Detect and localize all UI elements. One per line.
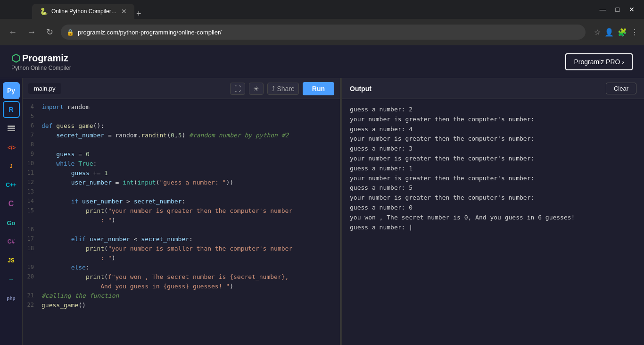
sidebar-item-php[interactable]: php: [3, 290, 20, 307]
sidebar-item-c[interactable]: C: [3, 195, 20, 212]
output-line-cursor: guess a number:: [350, 223, 636, 233]
sidebar-item-sql[interactable]: [3, 120, 20, 137]
profile-icon[interactable]: 👤: [604, 28, 614, 37]
tab-favicon: 🐍: [40, 8, 48, 15]
line-content: [41, 141, 340, 150]
fullscreen-button[interactable]: ⛶: [230, 83, 245, 95]
sidebar-item-java[interactable]: J: [3, 158, 20, 175]
app-container: ⬡ Programiz Python Online Compiler Progr…: [0, 45, 644, 345]
line-number: 7: [23, 132, 41, 140]
line-number: 18: [23, 245, 41, 253]
new-tab-button[interactable]: +: [136, 9, 141, 19]
line-number: 19: [23, 264, 41, 272]
code-line-10: 10 while True:: [23, 160, 340, 169]
code-line-12: 12 user_number = int(input("guess a numb…: [23, 178, 340, 188]
sidebar-item-golang[interactable]: →: [3, 271, 20, 288]
output-content[interactable]: guess a number: 2 your number is greater…: [342, 99, 644, 345]
code-line-8: 8: [23, 141, 340, 150]
run-button[interactable]: Run: [303, 82, 334, 95]
code-line-20: 20 print(f"you won , The secret number i…: [23, 273, 340, 282]
refresh-button[interactable]: ↻: [43, 25, 56, 39]
tab-close-icon[interactable]: ✕: [121, 8, 127, 15]
window-controls: — □ ✕: [600, 6, 640, 13]
code-line-14: 14 if user_number > secret_number:: [23, 197, 340, 207]
line-number: 5: [23, 113, 41, 121]
logo-icon: ⬡: [11, 52, 20, 65]
address-text: programiz.com/python-programming/online-…: [78, 29, 580, 36]
output-line: your number is greater then the computer…: [350, 174, 636, 184]
code-line-20b: And you guess in {guess} guesses! "): [23, 282, 340, 292]
code-line-21: 21 #calling the function: [23, 292, 340, 301]
line-content: user_number = int(input("guess a number:…: [41, 179, 340, 187]
line-content: [41, 188, 340, 197]
extensions-icon[interactable]: 🧩: [618, 28, 627, 37]
pro-button[interactable]: Programiz PRO ›: [565, 53, 633, 70]
code-line-4: 4 import random: [23, 103, 340, 112]
file-tab[interactable]: main.py: [28, 83, 61, 94]
left-sidebar: Py R </> J C++ C Go C# JS → php: [0, 78, 23, 345]
browser-titlebar: 🐍 Online Python Compiler (Interp... ✕ + …: [0, 0, 644, 19]
address-bar[interactable]: 🔒 programiz.com/python-programming/onlin…: [61, 25, 586, 40]
line-number: 20: [23, 273, 41, 282]
clear-button[interactable]: Clear: [606, 83, 636, 94]
line-number: 17: [23, 236, 41, 244]
forward-button[interactable]: →: [25, 25, 39, 39]
output-line: guess a number: 0: [350, 203, 636, 213]
line-content: print("your number is greater then the c…: [41, 207, 340, 216]
line-number: 13: [23, 188, 41, 197]
line-content: guess = 0: [41, 151, 340, 159]
line-number: 14: [23, 198, 41, 206]
logo-text: Programiz: [22, 53, 68, 64]
line-content: #calling the function: [41, 292, 340, 301]
sidebar-item-html[interactable]: </>: [3, 139, 20, 156]
svg-rect-2: [8, 130, 15, 131]
line-number: [23, 217, 41, 225]
sidebar-item-cpp[interactable]: C++: [3, 177, 20, 194]
theme-button[interactable]: ☀: [249, 83, 264, 95]
output-line: guess a number: 5: [350, 183, 636, 193]
sidebar-item-python[interactable]: Py: [3, 82, 20, 99]
code-line-17: 17 elif user_number < secret_number:: [23, 235, 340, 244]
line-content: : "): [41, 217, 340, 225]
code-line-16: 16: [23, 226, 340, 235]
logo: ⬡ Programiz: [11, 52, 71, 65]
logo-area: ⬡ Programiz Python Online Compiler: [11, 52, 71, 71]
maximize-button[interactable]: □: [616, 6, 619, 13]
output-line: your number is greater then the computer…: [350, 154, 636, 164]
line-content: secret_number = random.randint(0,5) #ran…: [41, 132, 340, 140]
code-editor[interactable]: 4 import random 5 6 def guess_game(): 7 …: [23, 99, 340, 345]
line-number: 21: [23, 292, 41, 301]
output-toolbar: Output Clear: [342, 78, 644, 99]
output-title: Output: [350, 85, 606, 93]
code-line-5: 5: [23, 112, 340, 122]
code-line-18: 18 print("your number is smaller than th…: [23, 244, 340, 254]
sidebar-item-js[interactable]: JS: [3, 252, 20, 269]
sidebar-item-go[interactable]: Go: [3, 214, 20, 231]
active-tab[interactable]: 🐍 Online Python Compiler (Interp... ✕: [32, 4, 134, 19]
browser-chrome: 🐍 Online Python Compiler (Interp... ✕ + …: [0, 0, 644, 45]
line-content: elif user_number < secret_number:: [41, 236, 340, 244]
menu-icon[interactable]: ⋮: [631, 28, 638, 37]
sidebar-item-csharp[interactable]: C#: [3, 233, 20, 250]
line-content: guess_game(): [41, 302, 340, 310]
line-content: guess += 1: [41, 169, 340, 178]
line-content: print("your number is smaller than the c…: [41, 245, 340, 253]
line-number: 10: [23, 160, 41, 168]
line-content: [41, 226, 340, 235]
theme-icon: ☀: [253, 85, 259, 93]
line-content: while True:: [41, 160, 340, 168]
line-number: 11: [23, 169, 41, 178]
line-number: [23, 283, 41, 291]
line-number: 9: [23, 151, 41, 159]
output-section: Output Clear guess a number: 2 your numb…: [342, 78, 644, 345]
output-line: your number is greater then the computer…: [350, 134, 636, 144]
minimize-button[interactable]: —: [600, 6, 606, 13]
bookmark-icon[interactable]: ☆: [594, 28, 601, 37]
back-button[interactable]: ←: [6, 25, 20, 39]
tab-bar: 🐍 Online Python Compiler (Interp... ✕ +: [4, 0, 141, 19]
share-button[interactable]: ⤴ Share: [267, 83, 298, 95]
line-content: print(f"you won , The secret number is {…: [41, 273, 340, 282]
line-number: 12: [23, 179, 41, 187]
sidebar-item-r[interactable]: R: [3, 101, 20, 118]
close-button[interactable]: ✕: [629, 6, 635, 13]
